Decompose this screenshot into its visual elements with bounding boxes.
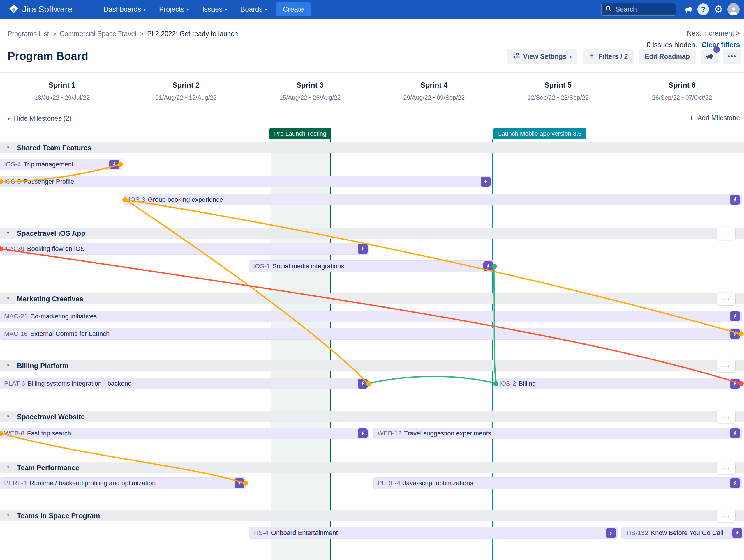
issue-bar-ios-3[interactable]: IOS-3Group booking experience — [124, 194, 742, 205]
issue-bar-tis-4[interactable]: TIS-4Onboard Entertainment — [249, 527, 618, 539]
issue-text: WEB-8Fast trip search — [0, 430, 71, 437]
chevron-down-icon: ▾ — [265, 7, 267, 12]
sprint-dates: 29/Aug/22 • 09/Sep/22 — [372, 94, 496, 101]
add-milestone-label: Add Milestone — [697, 114, 740, 122]
nav-menu-projects[interactable]: Projects▾ — [154, 2, 193, 16]
dependency-dot — [739, 331, 744, 336]
lane-menu-button[interactable]: ... — [717, 461, 735, 474]
jira-logo[interactable]: Jira Software — [9, 4, 73, 15]
issue-key: TIS-132 — [626, 529, 648, 537]
nav-menu-dashboards[interactable]: Dashboards▾ — [99, 2, 150, 16]
issue-bar-web-12[interactable]: WEB-12Travel suggestion experiments — [373, 428, 742, 439]
filters-button[interactable]: Filters / 2 — [583, 49, 634, 64]
bolt-icon — [358, 429, 368, 438]
toolbar: View Settings ▾ Filters / 2 Edit Roadmap… — [507, 49, 741, 64]
issue-summary: Know Before You Go Call — [651, 529, 723, 537]
create-button[interactable]: Create — [276, 2, 311, 16]
issue-text: MAC-21Co-marketing initiatives — [0, 313, 97, 320]
bolt-icon — [358, 244, 368, 254]
chevron-down-icon[interactable]: ▾ — [7, 465, 9, 470]
issue-key: PERF-4 — [377, 479, 400, 487]
issue-key: TIS-4 — [253, 529, 269, 537]
next-increment-link[interactable]: Next Increment> — [686, 29, 740, 37]
chevron-down-icon[interactable]: ▾ — [7, 230, 9, 236]
edit-roadmap-label: Edit Roadmap — [645, 53, 690, 61]
chevron-down-icon[interactable]: ▾ — [7, 513, 9, 518]
milestone-label-pre-launch-testing[interactable]: Pre Launch Testing — [269, 128, 331, 139]
search-icon — [605, 5, 612, 13]
lane-header-shared-team-features: ▾Shared Team Features — [0, 142, 744, 153]
search-input[interactable] — [615, 5, 667, 14]
issue-summary: Co-marketing initiatives — [30, 313, 97, 320]
lane-header-billing-platform: ▾Billing Platform... — [0, 360, 744, 371]
issue-summary: Booking flow on iOS — [27, 245, 85, 253]
nav-menu-issues[interactable]: Issues▾ — [197, 2, 232, 16]
breadcrumb-item[interactable]: Commercial Space Travel — [60, 30, 136, 38]
chevron-down-icon: ▾ — [225, 7, 227, 12]
issue-bar-ios-2[interactable]: IOS-2Billing — [495, 378, 742, 390]
chevron-down-icon[interactable]: ▾ — [7, 296, 9, 301]
issue-text: WEB-12Travel suggestion experiments — [373, 430, 491, 437]
sprint-name: Sprint 6 — [620, 81, 744, 89]
issue-text: IOS-1Social media integrations — [249, 263, 344, 270]
add-milestone-button[interactable]: + Add Milestone — [689, 114, 740, 122]
sprint-dates: 26/Sep/22 • 07/Oct/22 — [620, 94, 744, 101]
clear-filters-link[interactable]: Clear filters — [702, 41, 740, 49]
nav-menu-label: Dashboards — [103, 5, 141, 13]
issue-bar-ios-39[interactable]: IOS-39Booking flow on iOS — [0, 243, 369, 255]
lane-title: Shared Team Features — [17, 142, 91, 153]
help-button[interactable]: ? — [696, 2, 711, 17]
issue-text: MAC-16External Comms for Launch — [0, 330, 110, 337]
more-button[interactable]: ••• — [723, 49, 741, 64]
profile-button[interactable] — [726, 2, 741, 17]
breadcrumb-item[interactable]: Programs List — [8, 30, 49, 38]
issue-text: IOS-2Billing — [495, 380, 536, 388]
issue-text: PERF-1Runtime / backend profiling and op… — [0, 479, 155, 487]
issue-text: IOS-5Passenger Profile — [0, 178, 74, 186]
view-settings-button[interactable]: View Settings ▾ — [507, 49, 578, 64]
lane-menu-button[interactable]: ... — [717, 359, 735, 372]
announcements-button[interactable] — [680, 2, 696, 17]
issue-bar-ios-5[interactable]: IOS-5Passenger Profile — [0, 176, 492, 188]
chevron-down-icon[interactable]: ▾ — [7, 363, 9, 368]
search-box[interactable] — [601, 3, 676, 16]
question-icon: ? — [697, 3, 709, 15]
chevron-right-icon: > — [736, 29, 740, 37]
issue-bar-ios-4[interactable]: IOS-4Trip management — [0, 159, 121, 170]
nav-menu-boards[interactable]: Boards▾ — [236, 2, 272, 16]
issue-bar-mac-21[interactable]: MAC-21Co-marketing initiatives — [0, 311, 742, 322]
lane-menu-button[interactable]: ... — [717, 292, 735, 305]
issue-bar-web-8[interactable]: WEB-8Fast trip search — [0, 428, 369, 439]
sprint-dates: 15/Aug/22 • 26/Aug/22 — [248, 94, 372, 101]
megaphone-icon — [705, 52, 714, 61]
sliders-icon — [513, 52, 520, 61]
issue-bar-plat-6[interactable]: PLAT-6Billing systems integration - back… — [0, 378, 369, 390]
issue-bar-perf-1[interactable]: PERF-1Runtime / backend profiling and op… — [0, 477, 246, 489]
issue-bar-tis-132[interactable]: TIS-132Know Before You Go Call — [621, 527, 744, 539]
ellipsis-icon: ••• — [728, 53, 736, 61]
milestone-label-launch-mobile-app-version-3-5[interactable]: Launch Mobile app version 3.5 — [493, 128, 586, 139]
lane-menu-button[interactable]: ... — [717, 509, 735, 522]
chevron-down-icon: ▾ — [187, 7, 189, 12]
issue-key: IOS-39 — [4, 245, 25, 253]
issue-bar-perf-4[interactable]: PERF-4Java-script optimizations — [373, 477, 742, 489]
issue-summary: Java-script optimizations — [403, 479, 473, 487]
lane-title: Teams In Space Program — [17, 510, 100, 521]
nav-menu-label: Boards — [240, 5, 262, 13]
share-announce-button[interactable] — [701, 49, 718, 64]
dependency-dot — [739, 381, 744, 386]
issue-bar-mac-16[interactable]: MAC-16External Comms for Launch — [0, 328, 742, 340]
lane-menu-button[interactable]: ... — [717, 410, 735, 423]
issue-bar-ios-1[interactable]: IOS-1Social media integrations — [249, 261, 495, 272]
issue-summary: Social media integrations — [272, 263, 344, 270]
breadcrumb-separator: > — [140, 30, 144, 38]
dependency-dot — [122, 197, 127, 202]
program-board: Jira Software Dashboards▾Projects▾Issues… — [0, 0, 744, 560]
issue-key: MAC-21 — [4, 313, 28, 320]
hide-milestones-toggle[interactable]: ▾ Hide Milestones (2) — [8, 115, 72, 123]
chevron-down-icon[interactable]: ▾ — [7, 145, 9, 150]
chevron-down-icon[interactable]: ▾ — [7, 413, 9, 419]
edit-roadmap-button[interactable]: Edit Roadmap — [639, 49, 696, 64]
settings-button[interactable]: ⚙ — [711, 2, 726, 17]
lane-menu-button[interactable]: ... — [717, 227, 735, 240]
